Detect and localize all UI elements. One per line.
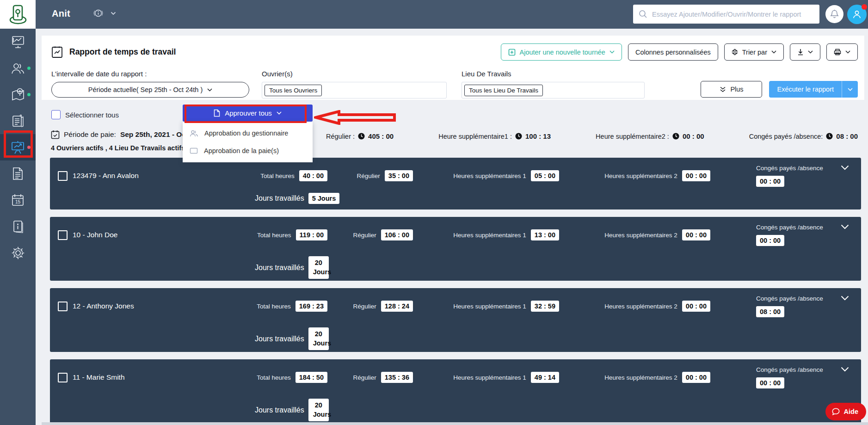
sidebar-item-worksites[interactable] — [0, 81, 36, 108]
horizontal-scrollbar[interactable] — [42, 422, 868, 425]
regular-label: Régulier — [353, 303, 376, 310]
total-hours-value: 184 : 50 — [295, 372, 327, 383]
worksites-tag[interactable]: Tous les Lieu De Travails — [464, 85, 543, 96]
worker-checkbox[interactable] — [58, 373, 68, 382]
report-header: Rapport de temps de travail Ajouter une … — [42, 36, 864, 61]
expand-row-button[interactable] — [841, 296, 849, 301]
help-button[interactable]: Aide — [825, 403, 866, 420]
approve-all-group: Approuver tous Approbation du gestionnai… — [183, 105, 313, 162]
calendar-icon: 15 — [11, 193, 25, 207]
download-button[interactable] — [790, 43, 820, 61]
run-report-button[interactable]: Exécuter le rapport — [769, 81, 842, 98]
sidebar-item-time-report[interactable] — [0, 134, 36, 160]
totals-row: Régulier : 405 : 00 Heure supplémentaire… — [326, 132, 858, 140]
chevron-down-icon — [848, 88, 853, 91]
stat-leave: Congés payés /absence: 08 : 00 — [749, 132, 858, 140]
double-chevron-down-icon — [720, 86, 726, 92]
sort-by-button[interactable]: Trier par — [724, 43, 784, 61]
regular-label: Régulier — [353, 374, 376, 381]
leave-value: 00 : 00 — [756, 176, 784, 187]
sidebar-red-dot — [27, 146, 31, 149]
app-title: Anit — [52, 8, 70, 19]
days-worked-label: Jours travaillés — [255, 335, 304, 343]
more-filters-button[interactable]: Plus — [701, 81, 762, 98]
overtime1-label: Heures supplémentaires 1 — [453, 303, 526, 310]
run-report-split-button: Exécuter le rapport — [769, 81, 858, 98]
info-dropdown[interactable] — [93, 8, 116, 18]
regular-value: 135 : 36 — [381, 372, 413, 383]
select-all-checkbox[interactable] — [51, 110, 61, 119]
workers-input[interactable]: Tous les Ouvriers — [262, 82, 447, 99]
leave-label: Congés payés /absence — [756, 224, 823, 231]
chevron-down-icon — [808, 50, 813, 54]
overtime1-value: 32 : 59 — [531, 301, 559, 312]
chevron-down-icon — [841, 165, 849, 170]
user-avatar[interactable] — [847, 5, 867, 24]
team-icon — [11, 62, 25, 75]
sidebar-item-notes[interactable] — [0, 108, 36, 134]
overtime2-label: Heures supplémentaires 2 — [604, 172, 677, 179]
date-range-select[interactable]: Période actuelle( Sep 25th - Oct 24th ) — [51, 82, 249, 98]
select-all-label: Sélectionner tous — [65, 111, 119, 119]
overtime1-label: Heures supplémentaires 1 — [453, 172, 526, 179]
sidebar-item-dashboard[interactable] — [0, 29, 36, 55]
custom-columns-button[interactable]: Colonnes personnalisées — [628, 43, 718, 61]
add-tour-button[interactable]: Ajouter une nouvelle tournée — [501, 43, 622, 61]
total-hours-value: 40 : 00 — [299, 170, 327, 181]
info-circle-icon — [93, 8, 103, 18]
total-hours-value: 119 : 00 — [296, 229, 327, 240]
stat-value: 00 : 00 — [683, 132, 704, 140]
pay-period-value: Sep 25th, 2021 - Oc — [120, 130, 186, 139]
logo-icon — [7, 3, 29, 25]
stat-label: Congés payés /absence: — [749, 133, 823, 140]
stat-value: 405 : 00 — [368, 132, 394, 140]
stat-label: Heure supplémentaire1 : — [438, 133, 512, 140]
header-actions: Ajouter une nouvelle tournée Colonnes pe… — [501, 43, 858, 61]
chevron-down-icon — [609, 50, 615, 54]
sidebar-item-settings[interactable] — [0, 240, 36, 266]
worker-checkbox[interactable] — [58, 171, 68, 181]
plus-square-icon — [508, 49, 516, 56]
menu-item-manager-approval[interactable]: Approbation du gestionnaire — [183, 124, 313, 142]
expand-row-button[interactable] — [841, 224, 849, 229]
expand-row-button[interactable] — [841, 165, 849, 170]
monitor-chart-icon — [11, 35, 25, 49]
print-button[interactable] — [826, 43, 858, 61]
days-worked-label: Jours travaillés — [255, 194, 304, 203]
download-icon — [797, 49, 804, 55]
card-icon — [190, 148, 198, 154]
sidebar-item-info-docs[interactable] — [0, 213, 36, 240]
workers-tag[interactable]: Tous les Ouvriers — [265, 85, 322, 96]
notes-icon — [11, 114, 25, 128]
regular-label: Régulier — [353, 232, 376, 239]
date-range-label: L'intervalle de date du rapport : — [51, 70, 249, 78]
overtime2-label: Heures supplémentaires 2 — [604, 232, 677, 239]
total-hours-label: Total heures — [257, 303, 291, 310]
sidebar-item-workers[interactable] — [0, 55, 36, 81]
worker-row: 12 - Anthony Jones Total heures169 : 23 … — [50, 288, 861, 352]
chevron-down-icon — [111, 12, 116, 15]
notifications-button[interactable] — [825, 5, 843, 23]
sidebar-item-calendar[interactable]: 15 — [0, 187, 36, 213]
total-hours-label: Total heures — [257, 232, 291, 239]
pay-period-summary: Période de paie: Sep 25th, 2021 - Oc 4 O… — [51, 130, 186, 152]
notification-dot — [862, 4, 867, 10]
search-icon — [639, 10, 647, 18]
worker-checkbox[interactable] — [58, 302, 68, 311]
app-logo[interactable] — [0, 0, 36, 29]
worksites-input[interactable]: Tous les Lieu De Travails — [462, 82, 645, 99]
approve-all-label: Approuver tous — [225, 109, 272, 117]
add-tour-label: Ajouter une nouvelle tournée — [520, 49, 605, 56]
approve-all-button[interactable]: Approuver tous — [183, 105, 313, 122]
document-icon — [11, 166, 25, 181]
worker-checkbox[interactable] — [58, 230, 68, 240]
run-report-dropdown-button[interactable] — [842, 81, 858, 98]
chevron-down-icon — [841, 224, 849, 229]
expand-row-button[interactable] — [841, 367, 849, 372]
stat-overtime1: Heure supplémentaire1 : 100 : 13 — [438, 132, 551, 140]
search-input[interactable] — [652, 11, 814, 18]
total-hours-value: 169 : 23 — [295, 301, 327, 312]
sidebar-item-documents[interactable] — [0, 160, 36, 187]
menu-item-payroll-approval[interactable]: Approbation de la paie(s) — [183, 142, 313, 160]
overtime2-value: 00 : 00 — [682, 372, 710, 383]
